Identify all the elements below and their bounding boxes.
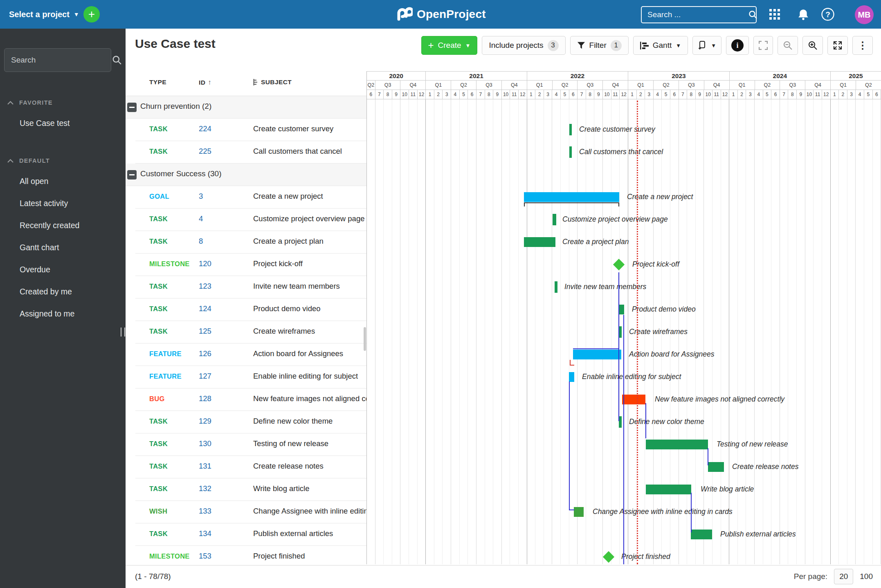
wp-subject[interactable]: Write blog article (253, 484, 366, 493)
sidebar-item-all-open[interactable]: All open (0, 170, 126, 192)
wp-subject[interactable]: Create customer survey (253, 124, 366, 133)
wp-subject[interactable]: Call customers that cancel (253, 147, 366, 156)
table-row[interactable]: TASK8Create a project plan (135, 231, 366, 254)
wp-id-link[interactable]: 153 (199, 552, 211, 561)
wp-id-link[interactable]: 131 (199, 462, 211, 471)
wp-subject[interactable]: Invite new team members (253, 282, 366, 291)
gantt-bar[interactable] (569, 372, 574, 382)
sidebar-section-header[interactable]: DEFAULT (0, 151, 126, 170)
wp-id-link[interactable]: 133 (199, 507, 211, 516)
table-row[interactable]: TASK125Create wireframes (135, 321, 366, 343)
gantt-bar[interactable] (646, 440, 708, 449)
sidebar-item-assigned-to-me[interactable]: Assigned to me (0, 303, 126, 325)
table-row[interactable]: BUG128New feature images not aligned cor… (135, 388, 366, 411)
table-row[interactable]: TASK225Call customers that cancel (135, 141, 366, 164)
openproject-logo[interactable]: OpenProject (396, 0, 486, 29)
help-icon[interactable]: ? (819, 0, 837, 29)
gantt-tick-bar[interactable] (569, 124, 572, 135)
wp-subject[interactable]: Create a project plan (253, 237, 366, 246)
wp-id-link[interactable]: 127 (199, 372, 211, 381)
table-row[interactable]: MILESTONE153Project finished (135, 546, 366, 565)
gantt-mode-button[interactable]: Gantt ▼ (633, 36, 688, 55)
sidebar-item-overdue[interactable]: Overdue (0, 258, 126, 281)
table-row[interactable]: GOAL3Create a new project (135, 186, 366, 209)
sidebar-search[interactable] (4, 48, 111, 72)
gantt-milestone-diamond[interactable] (603, 551, 614, 562)
add-project-button[interactable]: + (83, 6, 100, 22)
wp-id-link[interactable]: 125 (199, 327, 211, 336)
table-row[interactable]: TASK123Invite new team members (135, 276, 366, 298)
gantt-tick-bar[interactable] (619, 416, 622, 428)
select-project-dropdown[interactable]: Select a project ▼ (9, 0, 79, 29)
wp-id-link[interactable]: 126 (199, 349, 211, 358)
wp-subject[interactable]: Create a new project (253, 192, 366, 201)
apps-grid-icon[interactable] (766, 0, 784, 29)
wp-subject[interactable]: New feature images not aligned correctly (253, 394, 366, 403)
zoom-auto-button[interactable] (827, 36, 848, 55)
wp-id-link[interactable]: 134 (199, 529, 211, 538)
gantt-bar[interactable] (573, 350, 621, 359)
wp-id-link[interactable]: 8 (199, 237, 203, 246)
wp-subject[interactable]: Customize project overview page (253, 214, 366, 223)
gantt-tick-bar[interactable] (569, 146, 572, 158)
wp-subject[interactable]: Change Assignee with inline editing in c… (253, 507, 366, 516)
table-row[interactable]: TASK224Create customer survey (135, 119, 366, 141)
wp-id-link[interactable]: 123 (199, 282, 211, 291)
column-header-id[interactable]: ID ↑ (199, 79, 211, 87)
column-header-type[interactable]: TYPE (149, 79, 166, 86)
include-projects-button[interactable]: Include projects 3 (482, 36, 565, 55)
sidebar-section-header[interactable]: FAVORITE (0, 93, 126, 112)
wp-subject[interactable]: Enable inline editing for subject (253, 372, 366, 381)
table-row[interactable]: TASK4Customize project overview page (135, 209, 366, 231)
gantt-tick-bar[interactable] (619, 326, 622, 338)
user-avatar[interactable]: MB (855, 5, 874, 24)
table-row[interactable]: TASK131Create release notes (135, 456, 366, 478)
gantt-tick-bar[interactable] (555, 281, 557, 293)
sidebar-item-use-case-test[interactable]: Use Case test (0, 112, 126, 134)
wp-id-link[interactable]: 130 (199, 439, 211, 448)
wp-id-link[interactable]: 4 (199, 214, 203, 223)
table-row[interactable]: FEATURE127Enable inline editing for subj… (135, 366, 366, 388)
wp-id-link[interactable]: 128 (199, 394, 211, 403)
sidebar-item-recently-created[interactable]: Recently created (0, 214, 126, 236)
create-button[interactable]: + Create ▼ (421, 36, 478, 55)
wp-id-link[interactable]: 132 (199, 484, 211, 493)
zoom-in-button[interactable] (802, 36, 823, 55)
wp-subject[interactable]: Create wireframes (253, 327, 366, 336)
table-scrollbar-thumb[interactable] (364, 327, 366, 351)
per-page-option-20[interactable]: 20 (834, 569, 853, 584)
table-group-row[interactable]: Churn prevention (2) (126, 96, 366, 119)
per-page-option-100[interactable]: 100 (860, 572, 873, 581)
collapse-minus-icon[interactable] (127, 170, 137, 180)
table-row[interactable]: TASK129Define new color theme (135, 411, 366, 433)
table-row[interactable]: TASK124Product demo video (135, 298, 366, 321)
sidebar-item-latest-activity[interactable]: Latest activity (0, 192, 126, 214)
table-group-row[interactable]: Customer Success (30) (126, 164, 366, 186)
table-row[interactable]: WISH133Change Assignee with inline editi… (135, 501, 366, 523)
table-row[interactable]: TASK132Write blog article (135, 478, 366, 501)
wp-subject[interactable]: Project kick-off (253, 259, 366, 268)
gantt-bar[interactable] (622, 395, 645, 404)
sidebar-item-created-by-me[interactable]: Created by me (0, 281, 126, 303)
more-actions-button[interactable]: ⋮ (852, 36, 873, 55)
sidebar-search-input[interactable] (10, 55, 112, 65)
focus-view-button[interactable] (753, 36, 773, 55)
gantt-milestone-diamond[interactable] (613, 258, 625, 270)
wp-id-link[interactable]: 225 (199, 147, 211, 156)
table-row[interactable]: TASK130Testing of new release (135, 433, 366, 456)
search-icon[interactable] (748, 10, 757, 19)
wp-subject[interactable]: Project finished (253, 552, 366, 561)
gantt-bar[interactable] (708, 462, 724, 472)
wp-subject[interactable]: Product demo video (253, 304, 366, 313)
gantt-bar[interactable] (691, 530, 712, 539)
wp-subject[interactable]: Testing of new release (253, 439, 366, 448)
gantt-bar[interactable] (646, 485, 691, 494)
wp-id-link[interactable]: 120 (199, 259, 211, 268)
card-view-settings-button[interactable]: ▼ (692, 36, 721, 55)
sidebar-item-gantt-chart[interactable]: Gantt chart (0, 236, 126, 258)
gantt-tick-bar[interactable] (553, 214, 556, 225)
search-icon[interactable] (112, 55, 122, 65)
wp-subject[interactable]: Create release notes (253, 462, 366, 471)
info-button[interactable]: i (726, 36, 749, 55)
global-search[interactable] (641, 6, 757, 23)
